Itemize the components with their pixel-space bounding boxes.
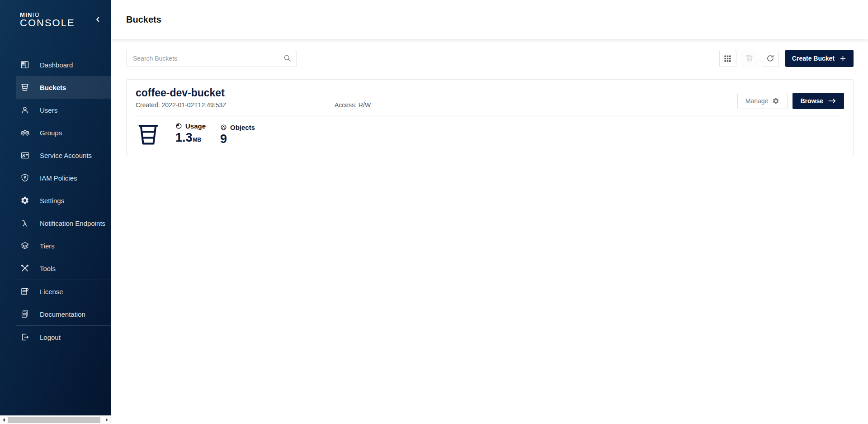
browse-label: Browse [800, 97, 823, 105]
objects-label: Objects [230, 124, 255, 131]
usage-metric: Usage 1.3MB [175, 122, 206, 147]
scrollbar-thumb[interactable] [8, 417, 100, 423]
sidebar-item-notification-endpoints[interactable]: Notification Endpoints [0, 212, 111, 234]
usage-pie-icon [175, 123, 182, 129]
search-buckets-input[interactable] [126, 50, 297, 67]
minio-console-app: MINIO CONSOLE Dashboard Buckets [0, 0, 868, 424]
gear-icon [772, 97, 779, 105]
sidebar-item-tiers[interactable]: Tiers [0, 234, 111, 257]
plus-icon [839, 55, 847, 62]
grid-view-button[interactable] [719, 50, 736, 67]
sidebar-item-tools[interactable]: Tools [0, 257, 111, 280]
usage-number: 1.3 [175, 131, 193, 144]
sidebar-item-label: Groups [40, 129, 62, 137]
list-view-button[interactable] [741, 50, 758, 67]
sidebar-item-users[interactable]: Users [0, 99, 111, 121]
browse-button[interactable]: Browse [793, 93, 844, 109]
user-icon [20, 105, 30, 115]
sidebar-item-buckets[interactable]: Buckets [0, 76, 111, 99]
groups-icon [20, 128, 30, 138]
bucket-name[interactable]: coffee-dev-bucket [136, 87, 371, 99]
refresh-icon [766, 54, 775, 63]
sidebar-item-label: Users [40, 106, 57, 114]
sidebar-item-label: Notification Endpoints [40, 219, 105, 227]
console-brand-text: CONSOLE [20, 18, 75, 29]
brand-light: IO [33, 11, 40, 18]
usage-metric-label: Usage [175, 122, 206, 130]
sidebar-item-iam-policies[interactable]: IAM Policies [0, 167, 111, 189]
sidebar-item-label: Tiers [40, 242, 55, 250]
bucket-icon [137, 121, 160, 148]
bucket-list-icon [745, 54, 754, 63]
layers-icon [20, 241, 30, 251]
bucket-meta: Created: 2022-01-02T12:49:53Z Access: R/… [136, 101, 371, 109]
manage-button[interactable]: Manage [737, 93, 788, 109]
usage-unit: MB [193, 137, 202, 143]
collapse-sidebar-button[interactable] [93, 14, 104, 25]
tools-icon [20, 263, 30, 273]
minio-console-logo: MINIO CONSOLE [20, 11, 75, 29]
page-header: Buckets [111, 0, 868, 39]
gear-icon [20, 195, 30, 205]
sidebar-item-label: Dashboard [40, 61, 73, 69]
objects-number: 9 [220, 132, 227, 146]
dashboard-icon [20, 60, 30, 70]
bucket-card[interactable]: coffee-dev-bucket Created: 2022-01-02T12… [126, 79, 854, 156]
bucket-created: Created: 2022-01-02T12:49:53Z [136, 101, 335, 109]
shield-icon [20, 173, 30, 183]
arrow-right-icon [828, 97, 836, 105]
sidebar-item-dashboard[interactable]: Dashboard [0, 53, 111, 76]
sidebar-item-service-accounts[interactable]: Service Accounts [0, 144, 111, 167]
minio-brand-text: MINIO [20, 12, 75, 18]
grid-view-icon [723, 54, 732, 63]
bucket-actions: Manage Browse [737, 93, 844, 109]
documentation-icon [20, 309, 30, 319]
bucket-card-header: coffee-dev-bucket Created: 2022-01-02T12… [136, 80, 844, 109]
usage-value: 1.3MB [175, 131, 206, 147]
refresh-button[interactable] [762, 50, 779, 67]
objects-metric-label: Objects [220, 124, 255, 131]
create-bucket-button[interactable]: Create Bucket [785, 50, 854, 67]
sidebar-logo-row: MINIO CONSOLE [0, 0, 111, 39]
sidebar-item-label: License [40, 288, 63, 295]
sidebar-item-license[interactable]: License [0, 280, 111, 303]
sidebar-item-logout[interactable]: Logout [0, 326, 111, 348]
bucket-access: Access: R/W [335, 101, 371, 109]
search-buckets-field [126, 50, 297, 67]
sidebar-item-label: Settings [40, 197, 64, 205]
scrollbar-left-arrow[interactable] [0, 416, 8, 424]
license-icon [20, 286, 30, 296]
chevron-left-icon [94, 16, 102, 23]
sidebar-item-label: IAM Policies [40, 174, 77, 182]
page-title: Buckets [126, 14, 161, 25]
buckets-icon [20, 82, 30, 92]
sidebar-item-label: Buckets [40, 84, 66, 91]
bucket-headings: coffee-dev-bucket Created: 2022-01-02T12… [136, 87, 371, 109]
bucket-metrics: Usage 1.3MB Objects 9 [136, 115, 844, 156]
lambda-icon [20, 218, 30, 228]
objects-value: 9 [220, 132, 255, 146]
objects-metric: Objects 9 [220, 124, 255, 146]
buckets-content: Create Bucket coffee-dev-bucket Created:… [111, 39, 868, 424]
sidebar-horizontal-scrollbar[interactable] [0, 415, 111, 424]
usage-label: Usage [185, 122, 206, 130]
sidebar-item-groups[interactable]: Groups [0, 121, 111, 144]
buckets-toolbar: Create Bucket [126, 50, 854, 67]
sidebar-item-documentation[interactable]: Documentation [0, 303, 111, 325]
sidebar-item-label: Logout [40, 333, 61, 341]
view-actions: Create Bucket [719, 50, 854, 67]
main-area: Buckets [111, 0, 868, 424]
scrollbar-right-arrow[interactable] [103, 416, 111, 424]
manage-label: Manage [745, 97, 769, 105]
sidebar: MINIO CONSOLE Dashboard Buckets [0, 0, 111, 424]
sidebar-item-label: Tools [40, 265, 56, 272]
sidebar-item-label: Documentation [40, 310, 85, 318]
objects-icon [220, 124, 227, 131]
sidebar-menu: Dashboard Buckets Users Groups [0, 53, 111, 348]
sidebar-item-settings[interactable]: Settings [0, 189, 111, 212]
service-accounts-icon [20, 150, 30, 160]
sidebar-item-label: Service Accounts [40, 152, 92, 159]
logout-icon [20, 332, 30, 342]
create-bucket-label: Create Bucket [792, 55, 835, 62]
